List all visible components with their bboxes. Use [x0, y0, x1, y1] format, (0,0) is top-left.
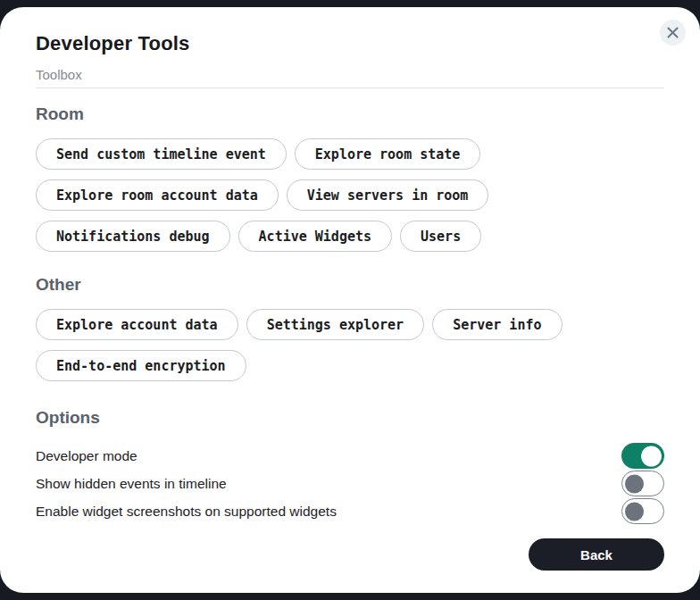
- developer-mode-toggle[interactable]: [621, 443, 664, 469]
- section-options: Options Developer mode Show hidden event…: [36, 408, 664, 525]
- back-button[interactable]: Back: [529, 538, 664, 571]
- users-button[interactable]: Users: [400, 221, 481, 252]
- settings-explorer-button[interactable]: Settings explorer: [246, 309, 425, 340]
- option-label: Developer mode: [36, 448, 138, 464]
- toggle-knob: [641, 446, 662, 466]
- toolbox-subtitle: Toolbox: [36, 67, 664, 88]
- active-widgets-button[interactable]: Active Widgets: [238, 221, 392, 252]
- server-info-button[interactable]: Server info: [432, 309, 562, 340]
- section-heading-other: Other: [36, 275, 664, 295]
- developer-tools-dialog: Developer Tools Toolbox Room Send custom…: [0, 7, 700, 593]
- section-room: Room Send custom timeline event Explore …: [36, 104, 664, 252]
- close-icon: [667, 27, 679, 38]
- option-row-developer-mode: Developer mode: [36, 442, 664, 470]
- options-list: Developer mode Show hidden events in tim…: [36, 442, 664, 525]
- show-hidden-events-toggle[interactable]: [621, 471, 664, 496]
- end-to-end-encryption-button[interactable]: End-to-end encryption: [36, 350, 246, 381]
- toggle-knob: [625, 474, 644, 493]
- toggle-knob: [625, 502, 644, 521]
- option-row-widget-screenshots: Enable widget screenshots on supported w…: [36, 497, 664, 525]
- page-title: Developer Tools: [36, 32, 664, 54]
- explore-room-account-data-button[interactable]: Explore room account data: [36, 179, 279, 211]
- explore-room-state-button[interactable]: Explore room state: [295, 138, 481, 170]
- option-label: Enable widget screenshots on supported w…: [36, 504, 337, 520]
- other-button-group: Explore account data Settings explorer S…: [36, 309, 664, 381]
- option-label: Show hidden events in timeline: [36, 476, 227, 492]
- section-heading-room: Room: [36, 104, 664, 124]
- send-custom-timeline-event-button[interactable]: Send custom timeline event: [36, 138, 287, 170]
- explore-account-data-button[interactable]: Explore account data: [36, 309, 238, 340]
- view-servers-in-room-button[interactable]: View servers in room: [287, 179, 489, 211]
- section-other: Other Explore account data Settings expl…: [36, 275, 664, 381]
- room-button-group: Send custom timeline event Explore room …: [36, 138, 664, 252]
- close-button[interactable]: [660, 20, 686, 46]
- section-heading-options: Options: [36, 408, 664, 428]
- option-row-show-hidden-events: Show hidden events in timeline: [36, 470, 664, 497]
- notifications-debug-button[interactable]: Notifications debug: [36, 221, 230, 252]
- widget-screenshots-toggle[interactable]: [621, 498, 664, 524]
